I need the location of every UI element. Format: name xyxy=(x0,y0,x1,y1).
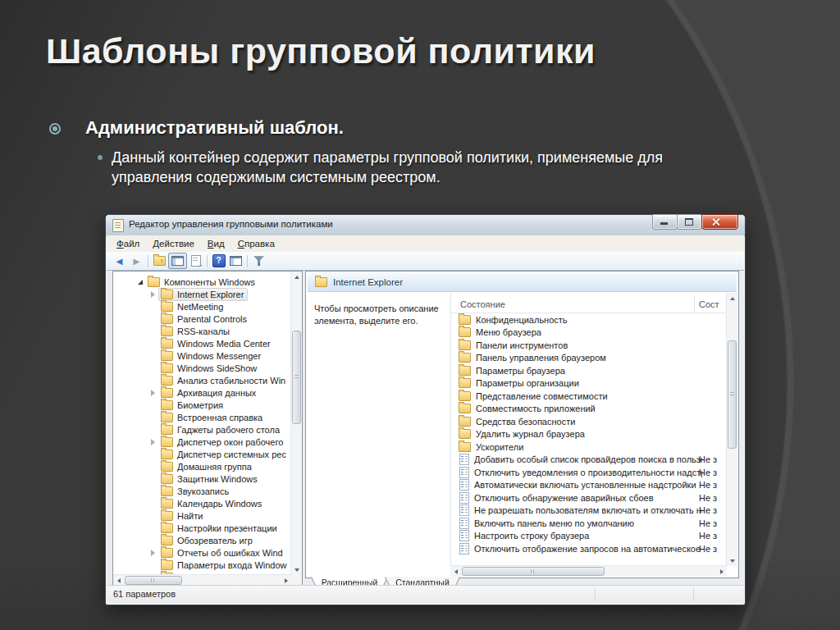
menu-help[interactable]: Справка xyxy=(231,237,281,250)
list-item-folder[interactable]: Меню браузера xyxy=(450,326,727,340)
tree-item[interactable]: Звукозапись xyxy=(113,485,291,497)
export-list-icon[interactable] xyxy=(187,253,204,268)
policy-state: Не з xyxy=(699,468,725,477)
list-item-folder[interactable]: Панели инструментов xyxy=(450,339,727,352)
tree-item[interactable]: Защитник Windows xyxy=(113,472,291,485)
tree-item[interactable]: Windows Messenger xyxy=(113,349,291,362)
policy-state: Не з xyxy=(699,531,725,541)
scrollbar-thumb[interactable] xyxy=(728,340,737,449)
tree-item[interactable]: Календарь Windows xyxy=(113,497,291,509)
policy-state: Не з xyxy=(699,480,725,490)
list-item-folder[interactable]: Параметры браузера xyxy=(450,364,727,377)
tree-item[interactable]: Анализ стабильности Win xyxy=(113,374,291,386)
menu-action[interactable]: Действие xyxy=(146,237,201,250)
scroll-right-icon[interactable] xyxy=(716,566,727,577)
list-item-policy[interactable]: Отключить отображение запросов на автома… xyxy=(450,542,727,555)
toolbar-separator xyxy=(207,255,208,267)
bullet-icon xyxy=(49,123,61,135)
tree-item[interactable]: Найти xyxy=(113,509,291,522)
column-state-2[interactable]: Сост xyxy=(699,299,719,309)
expanded-arrow-icon[interactable] xyxy=(138,280,148,285)
status-bar: 61 параметров xyxy=(107,585,743,603)
forward-icon[interactable]: ► xyxy=(128,253,145,268)
scroll-up-icon[interactable] xyxy=(727,293,737,304)
scroll-down-icon[interactable] xyxy=(727,555,737,566)
collapsed-arrow-icon[interactable] xyxy=(151,439,161,445)
tree: Компоненты Windows Internet Explorer Net… xyxy=(113,276,291,575)
list-item-policy[interactable]: Автоматически включать установленные над… xyxy=(450,479,727,492)
scrollbar-thumb[interactable] xyxy=(125,576,182,585)
close-icon[interactable] xyxy=(701,214,738,230)
list-vertical-scrollbar[interactable] xyxy=(726,293,737,566)
list-item-folder[interactable]: Средства безопасности xyxy=(450,415,727,428)
title-bar[interactable]: Редактор управления групповыми политикам… xyxy=(106,215,745,236)
tree-item[interactable]: Parental Controls xyxy=(113,313,291,325)
tree-item[interactable]: Windows SideShow xyxy=(113,362,291,374)
slide-title: Шаблоны групповой политики xyxy=(46,31,596,71)
list-item-policy[interactable]: Отключить уведомления о производительнос… xyxy=(450,466,727,479)
up-level-icon[interactable]: ↑ xyxy=(151,253,168,268)
list-item-folder[interactable]: Представление совместимости xyxy=(450,390,727,403)
tree-horizontal-scrollbar[interactable] xyxy=(113,574,291,586)
tree-vertical-scrollbar[interactable] xyxy=(290,272,302,575)
tree-item-selected[interactable]: Internet Explorer xyxy=(113,288,291,300)
tree-item[interactable]: Биометрия xyxy=(113,399,291,411)
folder-icon xyxy=(161,400,173,410)
sub-bullet-icon xyxy=(98,155,103,160)
tree-item-root[interactable]: Компоненты Windows xyxy=(113,276,291,288)
scroll-up-icon[interactable] xyxy=(291,272,302,282)
list-item-policy[interactable]: Добавить особый список провайдеров поиск… xyxy=(450,454,727,467)
column-state[interactable]: Состояние xyxy=(460,299,505,309)
collapsed-arrow-icon[interactable] xyxy=(151,550,161,556)
folder-icon xyxy=(161,290,173,299)
new-window-icon[interactable] xyxy=(227,253,244,268)
minimize-icon[interactable] xyxy=(652,214,678,230)
list-horizontal-scrollbar[interactable] xyxy=(450,565,727,577)
tree-item[interactable]: Обозреватель игр xyxy=(113,534,291,546)
tree-item[interactable]: Windows Media Center xyxy=(113,337,291,349)
scroll-left-icon[interactable] xyxy=(450,566,461,577)
folder-icon xyxy=(459,429,471,439)
tree-item[interactable]: RSS-каналы xyxy=(113,325,291,337)
folder-icon xyxy=(459,366,471,376)
menu-view[interactable]: Вид xyxy=(201,237,231,250)
policy-icon xyxy=(459,467,469,478)
tree-item[interactable]: NetMeeting xyxy=(113,300,291,313)
tree-item[interactable]: Архивация данных xyxy=(113,386,291,399)
tree-item[interactable]: Диспетчер системных рес xyxy=(113,448,291,460)
list-item-folder[interactable]: Совместимость приложений xyxy=(450,403,727,416)
list-item-policy[interactable]: Не разрешать пользователям включать и от… xyxy=(450,504,727,518)
toolbar-separator xyxy=(247,255,248,267)
tree-item[interactable]: Встроенная справка xyxy=(113,411,291,423)
list-item-folder[interactable]: Параметры организации xyxy=(450,377,727,390)
filter-icon[interactable] xyxy=(250,253,267,268)
back-icon[interactable]: ◄ xyxy=(111,253,128,268)
list-item-folder[interactable]: Удалить журнал браузера xyxy=(450,428,727,441)
collapsed-arrow-icon[interactable] xyxy=(151,390,161,396)
tree-item[interactable]: Гаджеты рабочего стола xyxy=(113,423,291,436)
menu-file[interactable]: Файл xyxy=(110,237,146,250)
scroll-down-icon[interactable] xyxy=(291,564,302,575)
folder-icon xyxy=(161,413,173,422)
tree-item[interactable]: Диспетчер окон рабочего xyxy=(113,436,291,448)
tree-item[interactable]: Домашняя группа xyxy=(113,460,291,472)
folder-icon xyxy=(148,277,160,287)
column-divider[interactable] xyxy=(694,296,695,313)
scrollbar-thumb[interactable] xyxy=(292,331,301,424)
list-item-policy[interactable]: Настроить строку браузераНе з xyxy=(450,530,727,543)
tree-item[interactable]: Отчеты об ошибках Wind xyxy=(113,546,291,559)
tree-item[interactable]: Параметры входа Window xyxy=(113,559,291,571)
list-item-folder[interactable]: Панель управления браузером xyxy=(450,352,727,365)
list-item-policy[interactable]: Отключить обнаружение аварийных сбоевНе … xyxy=(450,491,727,504)
help-icon[interactable]: ? xyxy=(210,253,227,268)
show-console-tree-icon[interactable] xyxy=(168,253,187,269)
tree-item[interactable]: Настройки презентации xyxy=(113,522,291,534)
policy-icon xyxy=(459,543,469,555)
list-item-policy[interactable]: Включить панель меню по умолчаниюНе з xyxy=(450,517,727,530)
list-item-folder[interactable]: Конфиденциальность xyxy=(450,313,727,326)
maximize-icon[interactable] xyxy=(677,214,702,230)
scrollbar-thumb[interactable] xyxy=(462,567,605,576)
list-column-header: Состояние Сост xyxy=(450,291,727,313)
gpedit-window: Редактор управления групповыми политикам… xyxy=(105,214,746,605)
list-item-folder[interactable]: Ускорители xyxy=(450,441,727,454)
